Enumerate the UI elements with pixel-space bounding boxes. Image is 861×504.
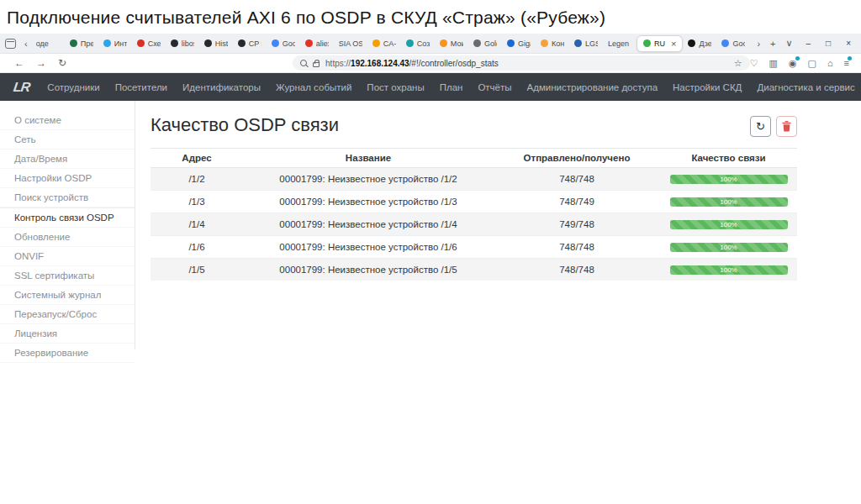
tab-label: Gold xyxy=(484,39,497,48)
browser-tab[interactable]: Googl xyxy=(716,35,750,52)
new-tab-icon[interactable]: + xyxy=(770,39,775,49)
sidebar-item-network[interactable]: Сеть xyxy=(0,130,135,150)
tab-label: SIA OSDP xyxy=(339,39,362,48)
tab-label: Контр xyxy=(552,39,564,48)
table-row: /1/3 00001799: Неизвестное устройство /1… xyxy=(151,191,797,213)
collections-icon[interactable]: ▥ xyxy=(769,59,778,68)
cell-name: 00001799: Неизвестное устройство /1/3 xyxy=(243,191,494,213)
tab-scroll-right-icon[interactable]: › xyxy=(757,39,760,49)
quality-progress-bar: 100% xyxy=(670,197,788,207)
nav-item-employees[interactable]: Сотрудники xyxy=(40,82,107,92)
bookmark-star-icon[interactable]: ☆ xyxy=(734,58,742,69)
nav-item-diagnostics[interactable]: Диагностика и сервис xyxy=(749,82,861,92)
browser-tab[interactable]: Gold xyxy=(468,35,502,52)
tab-label: оде xyxy=(36,39,49,48)
nav-item-identifiers[interactable]: Идентификаторы xyxy=(175,82,268,92)
forward-icon[interactable]: → xyxy=(30,57,52,69)
nav-item-reports[interactable]: Отчёты xyxy=(470,82,519,92)
sidebar-item-update[interactable]: Обновление xyxy=(0,228,135,247)
browser-tab[interactable]: Инте xyxy=(98,35,132,52)
sidebar-item-system-log[interactable]: Системный журнал xyxy=(0,286,135,305)
col-header-address: Адрес xyxy=(151,149,243,168)
maximize-icon[interactable]: □ xyxy=(826,39,831,48)
refresh-button[interactable]: ↻ xyxy=(750,116,771,137)
nav-item-access-admin[interactable]: Администрирование доступа xyxy=(520,82,665,92)
extensions-icon[interactable]: ▢ xyxy=(808,59,816,68)
trash-icon xyxy=(782,121,791,132)
nav-item-plan[interactable]: План xyxy=(432,82,471,92)
sidebar-item-ssl-certs[interactable]: SSL сертификаты xyxy=(0,266,135,286)
browser-tab[interactable]: libosd xyxy=(166,35,199,52)
sidebar-item-device-search[interactable]: Поиск устройств xyxy=(0,188,135,207)
table-row: /1/4 00001799: Неизвестное устройство /1… xyxy=(151,213,797,236)
tab-label: aliexp xyxy=(316,39,329,48)
tab-label: libosd xyxy=(182,39,194,48)
tab-label: Мои xyxy=(451,39,463,48)
window-close-icon[interactable]: × xyxy=(846,39,851,48)
cell-address: /1/4 xyxy=(151,213,243,236)
notification-dot xyxy=(848,56,852,60)
browser-tab[interactable]: Мои xyxy=(435,35,468,52)
browser-tab[interactable]: Контр xyxy=(536,35,569,52)
sidebar-item-osdp-settings[interactable]: Настройки OSDP xyxy=(0,169,135,188)
url-text: https://192.168.124.43/#!/controller/osd… xyxy=(325,59,499,68)
profile-icon[interactable]: ◉ xyxy=(789,59,797,68)
panel-title: Качество OSDP связи xyxy=(151,114,339,136)
tab-list: оде Преп Инте Схем libosd Histor CP mc G… xyxy=(31,35,751,52)
sidebar-item-datetime[interactable]: Дата/Время xyxy=(0,150,135,169)
browser-tab[interactable]: оде xyxy=(31,35,65,52)
tab-favicon xyxy=(574,39,582,47)
delete-button[interactable] xyxy=(776,116,797,137)
nav-item-event-log[interactable]: Журнал событий xyxy=(268,82,359,92)
cell-address: /1/3 xyxy=(151,191,243,213)
nav-item-guard-post[interactable]: Пост охраны xyxy=(359,82,431,92)
cell-name: 00001799: Неизвестное устройство /1/6 xyxy=(243,236,494,259)
browser-tab[interactable]: Преп xyxy=(65,35,98,52)
browser-tab[interactable]: CP mc xyxy=(233,35,267,52)
nav-item-skd-settings[interactable]: Настройки СКД xyxy=(665,82,749,92)
browser-tab[interactable]: LGS51 xyxy=(569,35,603,52)
browser-tab[interactable]: SIA OSDP xyxy=(334,35,367,52)
browser-tab[interactable]: Goog xyxy=(267,35,300,52)
browser-tab[interactable]: Дзен xyxy=(683,35,716,52)
minimize-icon[interactable]: – xyxy=(806,39,811,48)
browser-essentials-icon[interactable]: ♡ xyxy=(750,59,758,68)
browser-tab[interactable]: CA-IS xyxy=(367,35,401,52)
tab-label: Преп xyxy=(81,39,93,48)
tab-favicon xyxy=(103,39,111,47)
browser-tab[interactable]: Histor xyxy=(199,35,233,52)
reload-icon[interactable]: ↻ xyxy=(52,57,72,69)
sidebar-item-backup[interactable]: Резервирование xyxy=(0,344,135,363)
lock-icon xyxy=(313,62,320,67)
tab-actions-icon[interactable] xyxy=(5,39,16,49)
share-icon[interactable]: ⌂ xyxy=(827,59,833,68)
tab-close-icon[interactable]: × xyxy=(671,39,676,49)
app-nav-items: Сотрудники Посетители Идентификаторы Жур… xyxy=(40,82,861,92)
browser-tab[interactable]: Созда xyxy=(401,35,435,52)
tab-label: Дзен xyxy=(699,39,711,48)
nav-item-visitors[interactable]: Посетители xyxy=(108,82,175,92)
cell-sent-received: 748/748 xyxy=(494,168,660,191)
sidebar-item-about[interactable]: О системе xyxy=(0,111,135,130)
tab-label: Инте xyxy=(114,39,127,48)
tab-favicon xyxy=(70,39,77,47)
browser-tab[interactable]: GigaV xyxy=(502,35,536,52)
tab-menu-icon[interactable]: ∨ xyxy=(785,38,792,49)
browser-tab-active[interactable]: RU × xyxy=(637,35,683,52)
tab-scroll-left-icon[interactable]: ‹ xyxy=(21,39,31,49)
address-bar[interactable]: https://192.168.124.43/#!/controller/osd… xyxy=(293,55,750,71)
tab-favicon xyxy=(406,39,414,47)
table-row: /1/2 00001799: Неизвестное устройство /1… xyxy=(151,168,797,191)
browser-tab[interactable]: Схем xyxy=(132,35,166,52)
settings-menu-icon[interactable]: ≡ xyxy=(844,59,849,68)
tab-favicon xyxy=(541,39,548,47)
extension-icons: ♡ ▥ ◉ ▢ ⌂ ≡ xyxy=(750,59,853,68)
sidebar-item-osdp-link-control[interactable]: Контроль связи OSDP xyxy=(0,207,135,228)
sidebar-item-restart-reset[interactable]: Перезапуск/Сброс xyxy=(0,305,135,324)
sidebar-item-license[interactable]: Лицензия xyxy=(0,324,135,344)
back-icon[interactable]: ← xyxy=(8,57,30,69)
browser-tab[interactable]: Legen xyxy=(603,35,637,52)
sidebar-item-onvif[interactable]: ONVIF xyxy=(0,247,135,266)
browser-tab[interactable]: aliexp xyxy=(300,35,334,52)
tab-label: Histor xyxy=(215,39,228,48)
